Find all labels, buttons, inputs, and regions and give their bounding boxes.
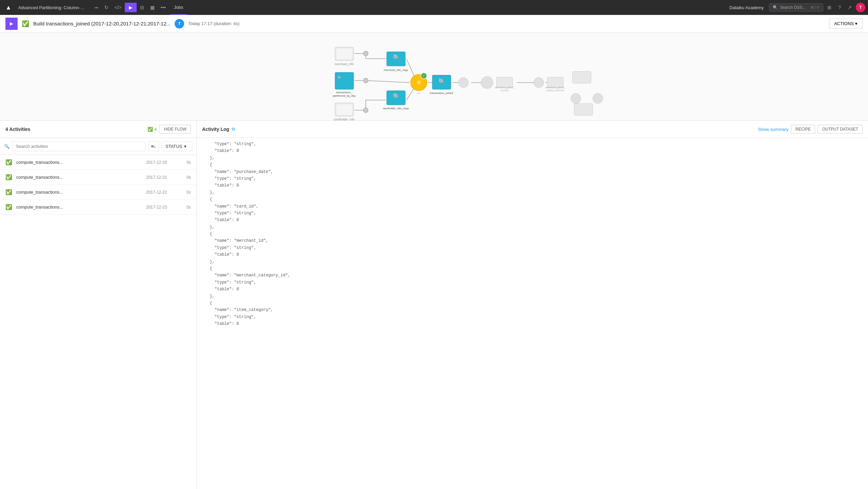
activities-panel: 4 Activities ✅ 4 HIDE FLOW 🔍 ≡↓ STATUS ▾… [0,121,197,489]
count-number: 4 [154,127,157,132]
activity-name: compute_transactions... [16,190,142,195]
log-content: "type": "string", "table": 0 }, { "name"… [197,138,868,489]
activity-list: ✅ compute_transactions... 2017-12-20 0s … [0,155,196,489]
activity-duration: 0s [181,190,191,195]
svg-text:partitioned_by_day: partitioned_by_day [333,94,355,97]
svg-point-37 [571,93,581,103]
activity-row[interactable]: ✅ compute_transactions... 2017-12-22 0s [0,185,196,200]
nav-more-icon[interactable]: ••• [158,3,169,12]
actions-label: ACTIONS [834,21,854,26]
help-icon[interactable]: ? [835,3,844,12]
activities-header: 4 Activities ✅ 4 HIDE FLOW [0,121,196,138]
nav-right-icons: ⊞ ? ↗ T [825,3,865,12]
job-status-indicator: ✅ [22,20,29,27]
activity-row[interactable]: ✅ compute_transactions... 2017-12-20 0s [0,155,196,170]
nav-run-button[interactable]: ▶ [125,3,137,12]
svg-rect-11 [336,104,352,115]
search-icon: 🔍 [4,144,9,149]
search-placeholder: Search DSS... [780,5,806,10]
svg-rect-4 [336,48,352,59]
activities-search-bar: 🔍 ≡↓ STATUS ▾ [0,138,196,155]
svg-point-28 [481,77,493,89]
status-dropdown[interactable]: STATUS ▾ [162,141,192,151]
svg-text:cardholder_info: cardholder_info [334,118,355,120]
hide-flow-button[interactable]: HIDE FLOW [159,125,191,134]
svg-point-38 [593,93,603,103]
activity-name: compute_transactions... [16,160,142,165]
svg-text:operations_joined_: operations_joined_ [495,86,515,89]
dropdown-chevron-icon: ▾ [184,144,186,149]
grid-icon[interactable]: ⊞ [825,3,834,12]
top-navigation: ▲ Advanced Partitioning: Column-Based (T… [0,0,868,15]
project-title: Advanced Partitioning: Column-Based (Tut… [16,5,90,10]
activities-count: ✅ 4 [147,127,157,132]
svg-point-32 [534,77,544,87]
job-time: Today 17:17 (duration: 4s) [188,21,239,26]
activity-duration: 0s [181,175,191,180]
academy-link[interactable]: Dataiku Academy [725,5,768,10]
svg-rect-39 [574,103,593,115]
log-text: "type": "string", "table": 0 }, { "name"… [205,141,860,328]
filter-sort-button[interactable]: ≡↓ [148,141,159,151]
recipe-tab-button[interactable]: RECIPE [791,125,815,134]
svg-text:merchant_info_copy: merchant_info_copy [384,69,408,72]
external-link-icon[interactable]: ⧉ [232,126,235,132]
activity-status-icon: ✅ [5,189,12,195]
svg-rect-6 [335,73,354,90]
svg-text:operations_joined_: operations_joined_ [545,86,565,89]
sort-icon: ≡↓ [151,144,156,149]
activities-search-input[interactable] [12,141,145,151]
job-header: ▶ ✅ Build transactions_joined (2017-12-2… [0,15,868,33]
svg-text:✓: ✓ [422,74,425,78]
activity-date: 2017-12-23 [146,205,177,210]
svg-text:merchant_info: merchant_info [335,62,354,66]
nav-sync-icon[interactable]: ↻ [102,3,111,12]
user-avatar[interactable]: T [856,3,865,12]
activity-date: 2017-12-22 [146,190,177,195]
log-title: Activity Log [202,126,229,132]
activity-status-icon: ✅ [5,159,12,165]
job-play-button[interactable]: ▶ [5,18,18,30]
actions-chevron-icon: ▾ [855,21,857,26]
jobs-tab[interactable]: Jobs [170,0,187,15]
app-logo: ▲ [3,4,14,11]
flow-canvas-area[interactable]: merchant_info 🐘 transactions_ partitione… [0,33,868,121]
trends-icon[interactable]: ↗ [845,3,854,12]
bottom-area: 4 Activities ✅ 4 HIDE FLOW 🔍 ≡↓ STATUS ▾… [0,121,868,489]
nav-pipeline-icon[interactable]: ⊟ [137,3,147,12]
svg-text:transactions_joined: transactions_joined [430,92,453,95]
show-summary-button[interactable]: Show summary [758,127,789,132]
activity-duration: 0s [181,205,191,210]
count-check-icon: ✅ [147,127,153,132]
nav-icons-group: ⇒ ↻ </> ▶ ⊟ ▦ ••• [92,3,169,12]
svg-point-1 [363,78,368,83]
svg-text:• •: • • [417,92,420,95]
activity-status-icon: ✅ [5,204,12,210]
nav-dashboard-icon[interactable]: ▦ [147,3,157,12]
log-panel: Activity Log ⧉ Show summary RECIPE OUTPU… [197,121,868,489]
svg-point-27 [458,77,469,87]
nav-code-icon[interactable]: </> [112,3,124,12]
svg-text:🐘: 🐘 [338,76,341,79]
job-user-avatar: T [175,19,184,28]
flow-svg: merchant_info 🐘 transactions_ partitione… [0,33,868,120]
svg-text:transactions_joined_: transactions_joined_ [572,120,594,120]
activity-status-icon: ✅ [5,174,12,180]
global-search[interactable]: 🔍 Search DSS... ⌘⇧F [769,3,823,12]
status-label: STATUS [165,144,182,149]
svg-text:⚙: ⚙ [417,80,421,85]
svg-text:source2: source2 [500,89,509,92]
svg-text:cardholder_info_copy: cardholder_info_copy [383,107,409,110]
actions-button[interactable]: ACTIONS ▾ [829,19,863,28]
svg-point-0 [363,51,368,56]
svg-rect-36 [572,72,591,83]
search-shortcut: ⌘⇧F [810,5,820,10]
activity-row[interactable]: ✅ compute_transactions... 2017-12-21 0s [0,170,196,185]
activities-title: 4 Activities [5,126,145,132]
svg-text:🐘: 🐘 [393,93,399,99]
activity-row[interactable]: ✅ compute_transactions... 2017-12-23 0s [0,200,196,215]
output-dataset-tab-button[interactable]: OUTPUT DATASET [818,125,863,134]
activity-date: 2017-12-21 [146,175,177,180]
nav-deploy-icon[interactable]: ⇒ [92,3,101,12]
svg-text:🐘: 🐘 [438,78,445,84]
